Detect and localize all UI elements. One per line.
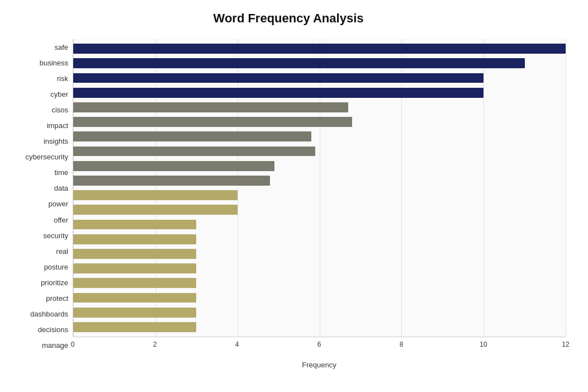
y-label: decisions	[11, 322, 73, 338]
y-label: cybersecurity	[11, 149, 73, 165]
bar-row	[73, 70, 566, 85]
bar-row	[73, 159, 566, 173]
x-tick: 2	[153, 341, 157, 348]
chart-container: Word Frequency Analysis safebusinessrisk…	[0, 0, 588, 392]
x-tick: 6	[317, 341, 321, 348]
y-label: insights	[11, 134, 73, 149]
y-label: dashboards	[11, 306, 73, 322]
bar-row	[73, 232, 566, 247]
y-label: offer	[11, 212, 73, 228]
bar	[73, 263, 196, 273]
bar-row	[73, 305, 566, 320]
bar	[73, 102, 348, 112]
bar	[73, 58, 525, 68]
bar	[73, 322, 196, 332]
y-label: real	[11, 243, 73, 259]
bar	[73, 131, 311, 141]
bar-row	[73, 202, 566, 217]
bar	[73, 278, 196, 288]
bar-row	[73, 247, 566, 261]
bar	[73, 190, 238, 200]
y-label: time	[11, 165, 73, 181]
bar-row	[73, 276, 566, 290]
y-label: safe	[11, 39, 73, 55]
x-tick: 10	[480, 341, 487, 348]
bar	[73, 73, 483, 83]
y-label: prioritize	[11, 275, 73, 290]
grid-line	[566, 39, 566, 337]
bar-row	[73, 129, 566, 144]
bar-row	[73, 41, 566, 56]
y-label: data	[11, 181, 73, 196]
bar-row	[73, 217, 566, 232]
bar	[73, 161, 274, 171]
bar-row	[73, 261, 566, 276]
bar	[73, 44, 566, 54]
bar	[73, 88, 483, 98]
y-label: protect	[11, 291, 73, 306]
chart-title: Word Frequency Analysis	[11, 11, 566, 26]
bar	[73, 176, 270, 186]
x-axis-title: Frequency	[73, 361, 566, 369]
bars-wrapper	[73, 39, 566, 337]
y-label: posture	[11, 259, 73, 275]
y-label: security	[11, 228, 73, 243]
x-axis-labels: 024681012	[73, 337, 566, 348]
x-tick: 0	[71, 341, 75, 348]
y-label: cisos	[11, 102, 73, 117]
bar-row	[73, 290, 566, 305]
bar-row	[73, 115, 566, 129]
y-label: cyber	[11, 86, 73, 102]
y-label: business	[11, 55, 73, 70]
bar-row	[73, 173, 566, 188]
bar-row	[73, 56, 566, 70]
x-tick: 12	[562, 341, 569, 348]
y-label: impact	[11, 117, 73, 133]
bar-row	[73, 320, 566, 334]
x-tick: 8	[400, 341, 404, 348]
bar-row	[73, 188, 566, 202]
bar-row	[73, 86, 566, 100]
y-label: power	[11, 196, 73, 212]
bars-inner	[73, 39, 566, 337]
bar-row	[73, 100, 566, 115]
y-label: manage	[11, 338, 73, 353]
bar	[73, 249, 196, 259]
bar-row	[73, 144, 566, 158]
bar	[73, 293, 196, 303]
plot-area: 024681012 Frequency	[73, 39, 566, 369]
bar	[73, 117, 352, 127]
bar	[73, 220, 196, 230]
bar	[73, 205, 238, 215]
bar	[73, 147, 315, 157]
y-labels: safebusinessriskcybercisosimpactinsights…	[11, 39, 73, 369]
bar	[73, 308, 196, 318]
y-label: risk	[11, 70, 73, 86]
x-tick: 4	[235, 341, 239, 348]
bar	[73, 234, 196, 244]
